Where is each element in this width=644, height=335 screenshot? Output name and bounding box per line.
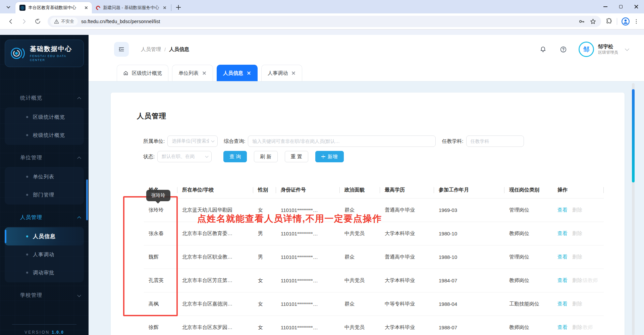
- column-header: 最高学历: [380, 182, 434, 198]
- delete-link[interactable]: 删除: [572, 207, 582, 213]
- sidebar-section-label: 学校管理: [20, 292, 78, 299]
- query-filter-label: 综合查询:: [224, 138, 245, 145]
- delete-link[interactable]: 删除: [572, 301, 582, 306]
- browser-tab-inactive[interactable]: 新建问题 - 基础数据服务中心 -: [92, 2, 170, 13]
- view-link[interactable]: 查看: [557, 301, 568, 306]
- cell-id: 110101********…: [276, 316, 340, 335]
- sidebar-divider: [12, 324, 76, 325]
- page-scrollbar-thumb[interactable]: [632, 89, 635, 182]
- address-bar[interactable]: 不安全 so.ftedu.cn/ftedu_bdsc/personnel/lis…: [48, 16, 601, 27]
- bookmark-star-icon[interactable]: [590, 18, 596, 25]
- workspace-tab[interactable]: 单位列表: [172, 65, 213, 81]
- cell-actions: 查看删除: [553, 292, 604, 316]
- bell-icon: [540, 46, 546, 53]
- cell-party: 中共党员: [340, 269, 380, 292]
- window-controls: [598, 0, 644, 13]
- help-button[interactable]: [557, 43, 569, 55]
- add-button[interactable]: 新增: [315, 151, 344, 162]
- view-link[interactable]: 查看: [557, 207, 568, 213]
- menu-fold-icon: [118, 46, 125, 53]
- tab-separator: [171, 4, 171, 11]
- status-select[interactable]: 默认在职、在岗: [157, 151, 212, 162]
- view-link[interactable]: 查看: [557, 277, 568, 283]
- query-input[interactable]: [248, 135, 436, 147]
- unit-select[interactable]: 选择单位(可搜索全区): [167, 135, 218, 147]
- collapse-sidebar-button[interactable]: [114, 42, 129, 57]
- table-row: 魏辉北京市丰台区职业教…男110101********…群众普通高中毕业1988…: [144, 245, 604, 269]
- cell-gender: 男: [253, 245, 276, 269]
- menu-dots-icon[interactable]: [633, 18, 639, 24]
- close-tab-icon[interactable]: [202, 71, 207, 75]
- sidebar-item[interactable]: 部门管理: [5, 186, 84, 204]
- sidebar-item[interactable]: 人员信息: [5, 227, 84, 245]
- view-link[interactable]: 查看: [557, 230, 568, 236]
- cell-id: 110101********…: [276, 269, 340, 292]
- toolbar-separator: [617, 18, 617, 25]
- sidebar-section-title[interactable]: 统计概览: [0, 89, 89, 107]
- close-tab-icon[interactable]: [83, 5, 89, 11]
- sidebar-item[interactable]: 单位列表: [5, 168, 84, 186]
- table-row: 高枫北京市丰台区嘉德润…女110101********…群众中等专科毕业1988…: [144, 292, 604, 316]
- delete-link[interactable]: 删除: [572, 230, 582, 236]
- cell-post: 教师岗位: [504, 222, 553, 245]
- sidebar-item-label: 校级统计概览: [33, 132, 65, 138]
- maximize-button[interactable]: [613, 0, 629, 13]
- close-tab-icon[interactable]: [247, 71, 251, 75]
- new-tab-button[interactable]: [174, 3, 183, 12]
- back-button[interactable]: [4, 15, 17, 28]
- sidebar-section-title[interactable]: 单位管理: [0, 148, 89, 167]
- delete-link[interactable]: 删除: [572, 324, 582, 330]
- password-key-icon[interactable]: [578, 18, 585, 25]
- cell-actions: 查看删除: [553, 245, 604, 269]
- delete-link[interactable]: 删除: [572, 254, 582, 260]
- sidebar-item[interactable]: 区级统计概览: [5, 108, 84, 126]
- bullet-icon: [26, 176, 28, 178]
- column-header: 性别: [253, 182, 276, 198]
- chevron-down-icon[interactable]: [625, 47, 629, 51]
- view-link[interactable]: 查看: [557, 254, 568, 260]
- forward-button[interactable]: [17, 15, 31, 28]
- extensions-icon[interactable]: [606, 18, 613, 25]
- search-button[interactable]: 查 询: [223, 151, 247, 162]
- notification-bell-button[interactable]: [537, 43, 549, 55]
- cell-education: 大学本科毕业: [380, 222, 434, 245]
- sidebar-item[interactable]: 校级统计概览: [5, 126, 84, 144]
- cell-name[interactable]: 徐辉: [144, 316, 177, 335]
- avatar[interactable]: 邹: [579, 42, 594, 57]
- url-text: so.ftedu.cn/ftedu_bdsc/personnel/list: [81, 19, 578, 24]
- reset-button[interactable]: 重 置: [285, 151, 308, 162]
- minimize-icon: [603, 6, 607, 7]
- app-header: 人员管理 / 人员信息 邹 邹宇松 区级管理员: [89, 35, 644, 64]
- view-link[interactable]: 查看: [557, 324, 568, 330]
- breadcrumb-parent[interactable]: 人员管理: [141, 46, 161, 53]
- workspace-tab[interactable]: 人员信息: [217, 65, 258, 81]
- sidebar-section-title[interactable]: 人员管理: [0, 208, 89, 227]
- cell-party: 中共党员: [340, 316, 380, 335]
- close-window-button[interactable]: [629, 0, 644, 13]
- workspace-tab[interactable]: 区级统计概览: [117, 65, 168, 81]
- minimize-button[interactable]: [598, 0, 613, 13]
- workspace-tab[interactable]: 人事调动: [261, 65, 302, 81]
- home-icon: [123, 70, 128, 76]
- close-tab-icon[interactable]: [162, 5, 168, 11]
- user-role: 区级管理员: [598, 50, 618, 55]
- column-header: 所在单位/学校: [177, 182, 253, 198]
- close-tab-icon[interactable]: [291, 71, 296, 75]
- sidebar: 基础数据中心 FENGTAI EDU DATA CENTER 统计概览区级统计概…: [0, 35, 89, 335]
- reload-button[interactable]: [31, 15, 44, 28]
- refresh-button[interactable]: 刷 新: [254, 151, 277, 162]
- chevron-down-icon: [77, 293, 81, 297]
- profile-icon[interactable]: [621, 17, 630, 26]
- tab-search-button[interactable]: [4, 3, 13, 11]
- sidebar-scrollbar-thumb[interactable]: [86, 179, 88, 220]
- unit-select-placeholder: 选择单位(可搜索全区): [172, 138, 209, 144]
- subject-input[interactable]: [466, 135, 524, 147]
- sidebar-item[interactable]: 人事调动: [5, 245, 84, 264]
- delete-link[interactable]: 删除: [572, 277, 582, 283]
- table-row: 张永春北京市丰台区教育委…男110101********…中共党员大学本科毕业1…: [144, 222, 604, 245]
- browser-tab-active[interactable]: 丰台区教育基础数据中心: [15, 2, 92, 13]
- bullet-icon: [26, 254, 28, 256]
- sidebar-item[interactable]: 调动审批: [5, 264, 84, 282]
- sidebar-section-title[interactable]: 学校管理: [0, 286, 89, 304]
- security-chip[interactable]: 不安全: [50, 17, 78, 25]
